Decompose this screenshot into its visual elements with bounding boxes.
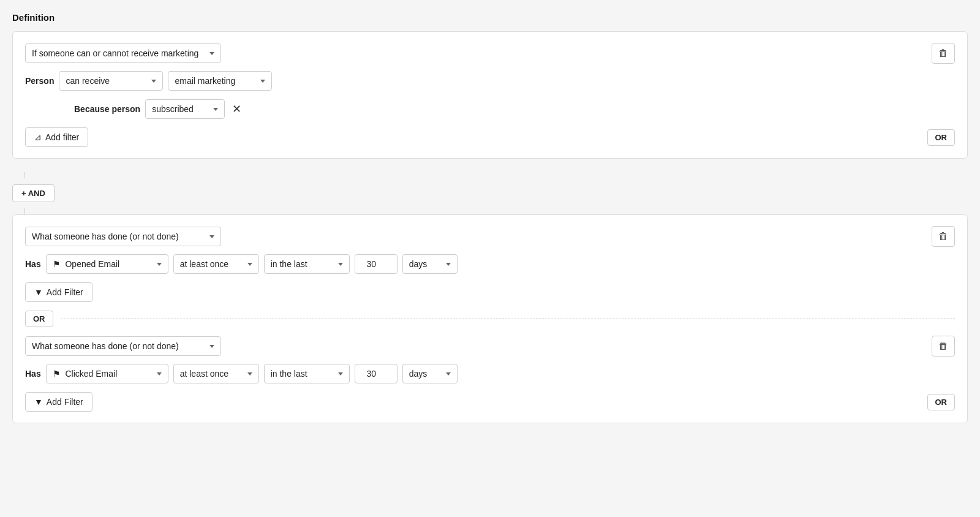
number-input-2[interactable]: [355, 254, 398, 274]
marketing-type-select[interactable]: email marketing sms marketing: [168, 71, 272, 91]
trash-icon-2: 🗑: [938, 231, 948, 242]
delete-block-3-button[interactable]: 🗑: [932, 336, 955, 357]
funnel-icon-1: ⊿: [34, 132, 42, 142]
condition-group-2: What someone has done (or not done) 🗑 Ha…: [12, 214, 968, 423]
time-select-2[interactable]: in the last before after between: [264, 254, 350, 274]
trash-icon-3: 🗑: [938, 341, 948, 352]
funnel-icon-3: ▼: [34, 397, 43, 407]
time-select-3[interactable]: in the last before after between: [264, 364, 350, 383]
because-person-label: Because person: [74, 104, 140, 114]
condition-type-dropdown-2[interactable]: What someone has done (or not done): [25, 227, 221, 246]
or-button-2[interactable]: OR: [25, 311, 53, 327]
or-button-1[interactable]: OR: [927, 129, 956, 146]
delete-block-2-button[interactable]: 🗑: [932, 226, 955, 247]
page-title: Definition: [12, 12, 968, 23]
add-filter-button-2[interactable]: ▼ Add Filter: [25, 282, 92, 302]
trash-icon-1: 🗑: [938, 48, 948, 59]
sub-block-clicked-email: What someone has done (or not done) 🗑 Ha…: [25, 336, 955, 412]
and-button[interactable]: + AND: [12, 184, 55, 202]
condition-block-1: If someone can or cannot receive marketi…: [12, 31, 968, 159]
has-label-2: Has: [25, 259, 41, 269]
unit-select-3[interactable]: days weeks months: [402, 364, 458, 383]
can-receive-select[interactable]: can receive cannot receive: [59, 71, 163, 91]
or-line: [61, 319, 956, 319]
condition-type-dropdown-3[interactable]: What someone has done (or not done): [25, 336, 221, 356]
number-input-3[interactable]: [355, 364, 398, 383]
subscribed-select[interactable]: subscribed unsubscribed: [145, 99, 225, 119]
unit-select-2[interactable]: days weeks months: [402, 254, 458, 274]
condition-type-dropdown-1[interactable]: If someone can or cannot receive marketi…: [25, 43, 221, 63]
or-separator: OR: [25, 311, 955, 327]
action-select-2[interactable]: ⚑ Opened Email ⚑ Clicked Email: [46, 254, 168, 274]
remove-subscribed-button[interactable]: ✕: [230, 102, 244, 116]
and-connector: [24, 166, 968, 184]
funnel-icon-2: ▼: [34, 287, 43, 297]
add-filter-button-1[interactable]: ⊿ Add filter: [25, 127, 88, 147]
action-select-3[interactable]: ⚑ Clicked Email ⚑ Opened Email: [46, 364, 168, 383]
or-button-3[interactable]: OR: [927, 394, 956, 410]
person-label-1: Person: [25, 76, 54, 86]
sub-block-opened-email: What someone has done (or not done) 🗑 Ha…: [25, 226, 955, 302]
frequency-select-3[interactable]: at least once exactly more than less tha…: [173, 364, 259, 383]
add-filter-button-3[interactable]: ▼ Add Filter: [25, 392, 92, 412]
has-label-3: Has: [25, 369, 41, 379]
delete-block-1-button[interactable]: 🗑: [932, 43, 955, 64]
frequency-select-2[interactable]: at least once exactly more than less tha…: [173, 254, 259, 274]
